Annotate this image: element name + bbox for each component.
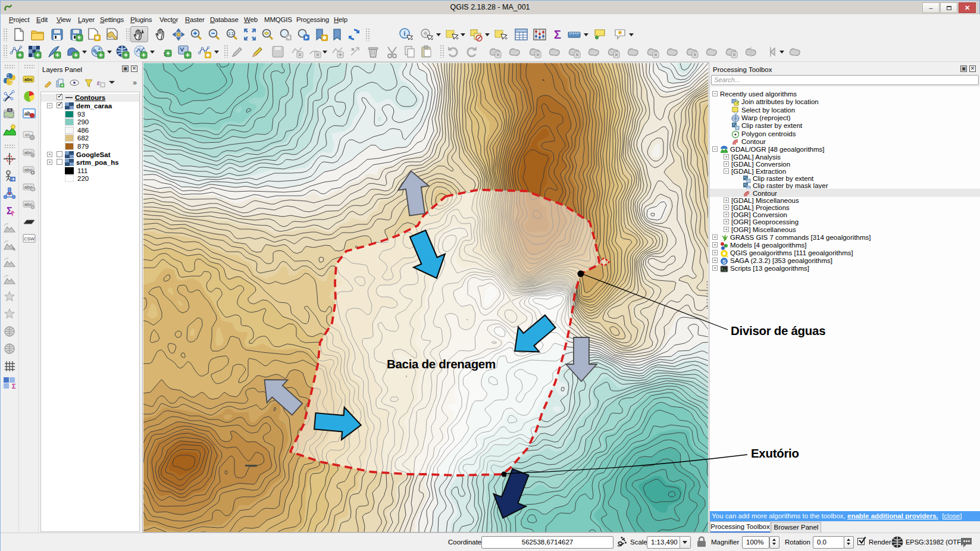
svg-text:abc: abc: [24, 77, 33, 82]
svg-text:ab: ab: [24, 132, 30, 137]
svg-text:Σ: Σ: [554, 28, 561, 41]
svg-text:✱: ✱: [206, 52, 211, 58]
svg-text:✱: ✱: [322, 35, 327, 41]
svg-text:S: S: [722, 258, 726, 264]
svg-text:Σ: Σ: [7, 206, 12, 216]
svg-text:i: i: [403, 30, 405, 37]
svg-text:✱: ✱: [618, 30, 622, 36]
svg-text:Σ: Σ: [12, 383, 16, 390]
svg-text:1:1: 1:1: [228, 32, 234, 36]
svg-text:ε: ε: [97, 79, 100, 86]
svg-text:CSW: CSW: [24, 236, 35, 242]
svg-text:✱: ✱: [95, 35, 99, 41]
